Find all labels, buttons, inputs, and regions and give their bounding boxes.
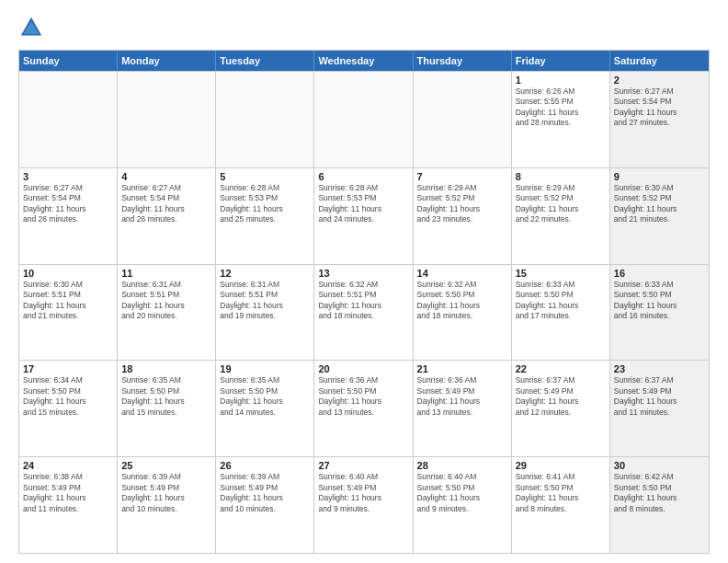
logo-icon — [18, 15, 44, 40]
day-number: 5 — [220, 171, 310, 182]
day-cell-25: 25Sunrise: 6:39 AM Sunset: 5:49 PM Dayli… — [118, 457, 216, 553]
day-cell-9: 9Sunrise: 6:30 AM Sunset: 5:52 PM Daylig… — [610, 168, 709, 264]
day-info: Sunrise: 6:29 AM Sunset: 5:52 PM Dayligh… — [516, 183, 606, 225]
day-number: 15 — [516, 268, 606, 279]
day-number: 14 — [417, 268, 507, 279]
day-cell-11: 11Sunrise: 6:31 AM Sunset: 5:51 PM Dayli… — [118, 265, 216, 361]
day-info: Sunrise: 6:33 AM Sunset: 5:50 PM Dayligh… — [516, 280, 606, 322]
day-info: Sunrise: 6:36 AM Sunset: 5:50 PM Dayligh… — [318, 375, 408, 418]
day-cell-30: 30Sunrise: 6:42 AM Sunset: 5:50 PM Dayli… — [610, 457, 709, 553]
day-cell-16: 16Sunrise: 6:33 AM Sunset: 5:50 PM Dayli… — [610, 265, 709, 361]
day-cell-14: 14Sunrise: 6:32 AM Sunset: 5:50 PM Dayli… — [414, 265, 512, 361]
day-number: 28 — [417, 460, 507, 471]
day-info: Sunrise: 6:27 AM Sunset: 5:54 PM Dayligh… — [23, 183, 113, 225]
day-info: Sunrise: 6:39 AM Sunset: 5:49 PM Dayligh… — [220, 472, 310, 514]
day-cell-8: 8Sunrise: 6:29 AM Sunset: 5:52 PM Daylig… — [512, 168, 610, 264]
day-cell-7: 7Sunrise: 6:29 AM Sunset: 5:52 PM Daylig… — [414, 168, 512, 264]
day-cell-13: 13Sunrise: 6:32 AM Sunset: 5:51 PM Dayli… — [314, 265, 413, 361]
day-number: 7 — [417, 171, 507, 182]
day-cell-27: 27Sunrise: 6:40 AM Sunset: 5:49 PM Dayli… — [314, 457, 413, 553]
empty-cell — [118, 72, 216, 167]
header-day-friday: Friday — [512, 51, 610, 71]
day-number: 24 — [23, 460, 113, 471]
day-info: Sunrise: 6:26 AM Sunset: 5:55 PM Dayligh… — [516, 86, 606, 129]
empty-cell — [314, 72, 413, 167]
day-info: Sunrise: 6:32 AM Sunset: 5:51 PM Dayligh… — [318, 280, 408, 322]
day-cell-17: 17Sunrise: 6:34 AM Sunset: 5:50 PM Dayli… — [19, 361, 118, 456]
day-cell-19: 19Sunrise: 6:35 AM Sunset: 5:50 PM Dayli… — [216, 361, 314, 456]
week-row-3: 10Sunrise: 6:30 AM Sunset: 5:51 PM Dayli… — [19, 264, 709, 361]
day-cell-18: 18Sunrise: 6:35 AM Sunset: 5:50 PM Dayli… — [118, 361, 216, 456]
day-cell-5: 5Sunrise: 6:28 AM Sunset: 5:53 PM Daylig… — [216, 168, 314, 264]
day-info: Sunrise: 6:40 AM Sunset: 5:49 PM Dayligh… — [318, 472, 408, 514]
day-number: 1 — [516, 75, 606, 86]
day-cell-29: 29Sunrise: 6:41 AM Sunset: 5:50 PM Dayli… — [512, 457, 610, 553]
day-number: 16 — [614, 268, 705, 279]
day-cell-2: 2Sunrise: 6:27 AM Sunset: 5:54 PM Daylig… — [610, 72, 709, 167]
header-day-sunday: Sunday — [19, 51, 118, 71]
day-number: 26 — [220, 460, 310, 471]
day-info: Sunrise: 6:32 AM Sunset: 5:50 PM Dayligh… — [417, 280, 507, 322]
day-number: 30 — [614, 460, 705, 471]
day-info: Sunrise: 6:40 AM Sunset: 5:50 PM Dayligh… — [417, 472, 507, 514]
day-info: Sunrise: 6:33 AM Sunset: 5:50 PM Dayligh… — [614, 280, 705, 322]
day-number: 3 — [23, 171, 113, 182]
day-cell-24: 24Sunrise: 6:38 AM Sunset: 5:49 PM Dayli… — [19, 457, 118, 553]
day-info: Sunrise: 6:30 AM Sunset: 5:51 PM Dayligh… — [23, 280, 113, 322]
page: SundayMondayTuesdayWednesdayThursdayFrid… — [0, 0, 728, 563]
day-number: 27 — [318, 460, 408, 471]
day-info: Sunrise: 6:37 AM Sunset: 5:49 PM Dayligh… — [614, 375, 705, 418]
day-number: 25 — [121, 460, 211, 471]
day-info: Sunrise: 6:34 AM Sunset: 5:50 PM Dayligh… — [23, 375, 113, 418]
day-number: 21 — [417, 363, 507, 374]
day-number: 2 — [614, 75, 705, 86]
header-day-wednesday: Wednesday — [314, 51, 413, 71]
day-cell-15: 15Sunrise: 6:33 AM Sunset: 5:50 PM Dayli… — [512, 265, 610, 361]
day-info: Sunrise: 6:41 AM Sunset: 5:50 PM Dayligh… — [516, 472, 606, 514]
day-info: Sunrise: 6:37 AM Sunset: 5:49 PM Dayligh… — [516, 375, 606, 418]
header-day-saturday: Saturday — [610, 51, 709, 71]
day-info: Sunrise: 6:28 AM Sunset: 5:53 PM Dayligh… — [220, 183, 310, 225]
day-number: 9 — [614, 171, 705, 182]
empty-cell — [19, 72, 118, 167]
header — [18, 15, 710, 40]
empty-cell — [216, 72, 314, 167]
day-info: Sunrise: 6:27 AM Sunset: 5:54 PM Dayligh… — [614, 86, 705, 129]
header-day-tuesday: Tuesday — [216, 51, 314, 71]
day-cell-3: 3Sunrise: 6:27 AM Sunset: 5:54 PM Daylig… — [19, 168, 118, 264]
day-cell-26: 26Sunrise: 6:39 AM Sunset: 5:49 PM Dayli… — [216, 457, 314, 553]
day-cell-21: 21Sunrise: 6:36 AM Sunset: 5:49 PM Dayli… — [414, 361, 512, 456]
day-info: Sunrise: 6:29 AM Sunset: 5:52 PM Dayligh… — [417, 183, 507, 225]
day-number: 11 — [121, 268, 211, 279]
logo — [18, 15, 48, 40]
day-info: Sunrise: 6:35 AM Sunset: 5:50 PM Dayligh… — [121, 375, 211, 418]
header-day-thursday: Thursday — [414, 51, 512, 71]
empty-cell — [414, 72, 512, 167]
day-number: 19 — [220, 363, 310, 374]
day-info: Sunrise: 6:27 AM Sunset: 5:54 PM Dayligh… — [121, 183, 211, 225]
day-number: 23 — [614, 363, 705, 374]
day-cell-12: 12Sunrise: 6:31 AM Sunset: 5:51 PM Dayli… — [216, 265, 314, 361]
day-number: 18 — [121, 363, 211, 374]
day-info: Sunrise: 6:35 AM Sunset: 5:50 PM Dayligh… — [220, 375, 310, 418]
day-info: Sunrise: 6:31 AM Sunset: 5:51 PM Dayligh… — [121, 280, 211, 322]
day-number: 22 — [516, 363, 606, 374]
header-day-monday: Monday — [118, 51, 216, 71]
day-number: 17 — [23, 363, 113, 374]
day-info: Sunrise: 6:30 AM Sunset: 5:52 PM Dayligh… — [614, 183, 705, 225]
day-number: 6 — [318, 171, 408, 182]
week-row-2: 3Sunrise: 6:27 AM Sunset: 5:54 PM Daylig… — [19, 167, 709, 264]
day-cell-22: 22Sunrise: 6:37 AM Sunset: 5:49 PM Dayli… — [512, 361, 610, 456]
day-cell-20: 20Sunrise: 6:36 AM Sunset: 5:50 PM Dayli… — [314, 361, 413, 456]
day-number: 20 — [318, 363, 408, 374]
day-number: 29 — [516, 460, 606, 471]
day-number: 10 — [23, 268, 113, 279]
calendar-body: 1Sunrise: 6:26 AM Sunset: 5:55 PM Daylig… — [19, 71, 709, 553]
day-number: 4 — [121, 171, 211, 182]
calendar: SundayMondayTuesdayWednesdayThursdayFrid… — [18, 50, 710, 554]
day-info: Sunrise: 6:28 AM Sunset: 5:53 PM Dayligh… — [318, 183, 408, 225]
day-number: 8 — [516, 171, 606, 182]
day-cell-1: 1Sunrise: 6:26 AM Sunset: 5:55 PM Daylig… — [512, 72, 610, 167]
day-cell-28: 28Sunrise: 6:40 AM Sunset: 5:50 PM Dayli… — [414, 457, 512, 553]
week-row-1: 1Sunrise: 6:26 AM Sunset: 5:55 PM Daylig… — [19, 71, 709, 167]
